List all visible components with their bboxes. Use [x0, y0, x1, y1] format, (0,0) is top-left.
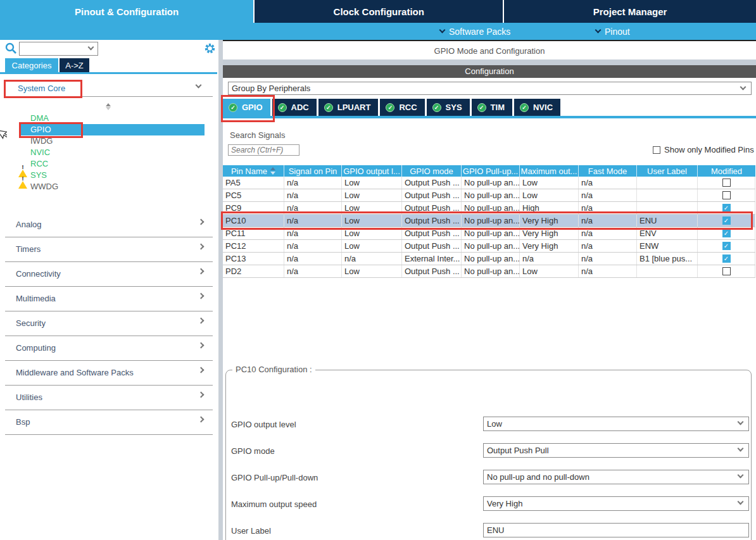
pinout-label: Pinout: [605, 27, 630, 37]
modified-checkbox[interactable]: [722, 179, 731, 187]
tab-label: Pinout & Configuration: [75, 6, 179, 17]
column-fast-mode[interactable]: Fast Mode: [579, 165, 637, 177]
cell-fast: n/a: [579, 177, 637, 189]
cell-level: Low: [342, 227, 402, 239]
software-packs-menu[interactable]: Software Packs: [440, 23, 510, 40]
sidebar-category-analog[interactable]: Analog: [0, 213, 217, 237]
pinout-menu[interactable]: Pinout: [596, 23, 630, 40]
show-only-modified-checkbox[interactable]: [653, 146, 660, 154]
peripheral-tab-rcc[interactable]: ✓ RCC: [380, 99, 424, 116]
peripheral-tab-gpio[interactable]: ✓ GPIO: [223, 99, 270, 116]
table-row-pd2[interactable]: PD2 n/a Low Output Push ... No pull-up a…: [223, 265, 755, 278]
column-gpio-pull[interactable]: GPIO Pull-up...: [462, 165, 520, 177]
category-label: Analog: [16, 220, 41, 229]
user-label-input[interactable]: [483, 523, 749, 537]
column-user-label[interactable]: User Label: [637, 165, 698, 177]
sidebar-category-security[interactable]: Security: [0, 311, 217, 336]
peripheral-tab-lpuart[interactable]: ✓ LPUART: [318, 99, 379, 116]
cell-modified: [698, 189, 755, 201]
sidebar-item-sys[interactable]: ! SYS: [0, 170, 217, 181]
tab-a-to-z[interactable]: A->Z: [60, 58, 89, 72]
table-row-pc12[interactable]: PC12 n/a Low Output Push ... No pull-up …: [223, 240, 755, 253]
sort-toggle-icon[interactable]: [105, 103, 111, 111]
tab-pinout-configuration[interactable]: Pinout & Configuration: [0, 0, 253, 23]
sidebar-category-utilities[interactable]: Utilities: [0, 386, 217, 410]
chevron-down-icon: [439, 27, 446, 34]
divider: [5, 434, 213, 435]
chevron-right-icon: [198, 244, 205, 250]
cell-user-label: [637, 177, 698, 189]
column-signal-on-pin[interactable]: Signal on Pin: [284, 165, 342, 177]
table-row-pa5[interactable]: PA5 n/a Low Output Push ... No pull-up a…: [223, 177, 755, 189]
modified-checkbox[interactable]: [722, 267, 731, 275]
sidebar-item-nvic[interactable]: NVIC: [0, 147, 217, 158]
table-row-pc9[interactable]: PC9 n/a Low Output Push ... No pull-up a…: [223, 202, 755, 215]
cell-level: Low: [342, 202, 402, 214]
column-gpio-mode[interactable]: GPIO mode: [402, 165, 462, 177]
gpio-pull-dropdown[interactable]: No pull-up and no pull-down: [483, 470, 749, 484]
sidebar-item-rcc[interactable]: ! RCC: [0, 158, 217, 170]
chevron-down-icon: [595, 27, 602, 34]
section-title: System Core: [18, 84, 65, 93]
sidebar-item-wwdg[interactable]: WWDG: [0, 181, 217, 192]
check-circle-icon: ✓: [278, 103, 287, 112]
modified-checkbox[interactable]: [722, 217, 731, 225]
gpio-output-level-dropdown[interactable]: Low: [483, 417, 749, 431]
cell-level: n/a: [342, 253, 402, 265]
modified-checkbox[interactable]: [722, 204, 731, 212]
peripheral-tab-adc[interactable]: ✓ ADC: [272, 99, 317, 116]
check-circle-icon: ✓: [520, 103, 529, 112]
sidebar-category-connectivity[interactable]: Connectivity: [0, 262, 217, 287]
chevron-right-icon: [198, 268, 205, 275]
tab-clock-configuration[interactable]: Clock Configuration: [253, 0, 503, 23]
tab-label: TIM: [491, 103, 505, 112]
sidebar-item-iwdg[interactable]: IWDG: [0, 135, 217, 147]
modified-checkbox[interactable]: [722, 242, 731, 250]
modified-checkbox[interactable]: [722, 191, 731, 199]
sidebar-item-gpio[interactable]: GPIO: [0, 124, 217, 135]
tab-categories[interactable]: Categories: [5, 58, 58, 72]
table-row-pc10[interactable]: PC10 n/a Low Output Push ... No pull-up …: [223, 215, 755, 227]
gpio-mode-dropdown[interactable]: Output Push Pull: [483, 443, 749, 458]
cell-fast: n/a: [579, 253, 637, 265]
cell-speed: High: [520, 202, 579, 214]
max-output-speed-dropdown[interactable]: Very High: [483, 496, 749, 511]
column-pin-name[interactable]: Pin Name: [223, 165, 284, 177]
sidebar-category-computing[interactable]: Computing: [0, 336, 217, 361]
sidebar-category-middleware[interactable]: Middleware and Software Packs: [0, 361, 217, 386]
check-circle-icon: ✓: [432, 103, 441, 112]
sidebar-category-timers[interactable]: Timers: [0, 237, 217, 262]
cell-signal: n/a: [284, 202, 342, 214]
search-signals-input[interactable]: [228, 144, 299, 156]
modified-checkbox[interactable]: [722, 254, 731, 263]
column-max-output[interactable]: Maximum out...: [520, 165, 579, 177]
chevron-right-icon: [198, 342, 205, 349]
gear-icon[interactable]: [204, 42, 216, 54]
sidebar-search-combobox[interactable]: [19, 42, 98, 56]
column-gpio-output-level[interactable]: GPIO output l...: [342, 165, 402, 177]
tab-project-manager[interactable]: Project Manager: [503, 0, 756, 23]
cell-mode: Output Push ...: [402, 265, 462, 277]
panel-splitter[interactable]: [217, 40, 223, 540]
peripheral-tabs: ✓ GPIO ✓ ADC ✓ LPUART ✓ RCC ✓ SYS ✓ TIM …: [223, 99, 560, 116]
cell-pin: PC9: [223, 202, 284, 214]
table-row-pc11[interactable]: PC11 n/a Low Output Push ... No pull-up …: [223, 227, 755, 240]
chevron-right-icon: [198, 293, 205, 299]
modified-checkbox[interactable]: [722, 229, 731, 237]
item-label: DMA: [30, 113, 49, 124]
peripheral-tab-nvic[interactable]: ✓ NVIC: [514, 99, 560, 116]
peripheral-tab-sys[interactable]: ✓ SYS: [427, 99, 470, 116]
sort-down-arrow: [106, 107, 111, 110]
column-modified[interactable]: Modified: [698, 165, 755, 177]
table-row-pc5[interactable]: PC5 n/a Low Output Push ... No pull-up a…: [223, 189, 755, 202]
check-circle-icon: ✓: [229, 103, 237, 112]
sidebar-category-multimedia[interactable]: Multimedia: [0, 287, 217, 311]
table-row-pc13[interactable]: PC13 n/a n/a External Inter... No pull-u…: [223, 253, 755, 265]
section-system-core[interactable]: System Core: [0, 80, 217, 97]
sidebar-category-bsp[interactable]: Bsp: [0, 410, 217, 435]
sidebar-item-dma[interactable]: DMA: [0, 113, 217, 124]
category-label: Middleware and Software Packs: [16, 368, 134, 377]
group-by-dropdown[interactable]: Group By Peripherals: [228, 82, 752, 95]
chevron-right-icon: [198, 318, 205, 324]
peripheral-tab-tim[interactable]: ✓ TIM: [472, 99, 512, 116]
